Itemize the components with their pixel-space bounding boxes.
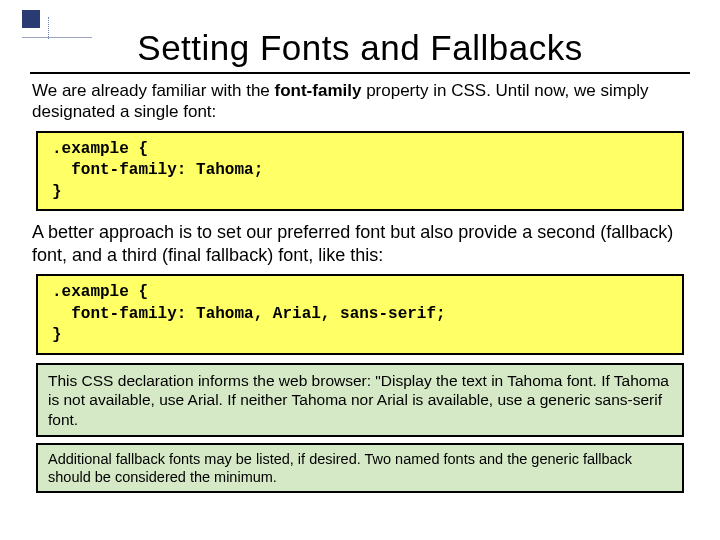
- corner-accent-box: [22, 10, 40, 28]
- intro-paragraph: We are already familiar with the font-fa…: [32, 80, 688, 123]
- title-rule: [30, 72, 690, 74]
- code-block-1: .example { font-family: Tahoma; }: [36, 131, 684, 212]
- code-block-2: .example { font-family: Tahoma, Arial, s…: [36, 274, 684, 355]
- note-box-1: This CSS declaration informs the web bro…: [36, 363, 684, 437]
- corner-accent-line: [22, 37, 92, 38]
- page-title: Setting Fonts and Fallbacks: [30, 28, 690, 68]
- slide: Setting Fonts and Fallbacks We are alrea…: [0, 0, 720, 540]
- note-box-2: Additional fallback fonts may be listed,…: [36, 443, 684, 493]
- corner-accent-dash: [48, 17, 50, 39]
- paragraph-2: A better approach is to set our preferre…: [32, 221, 688, 266]
